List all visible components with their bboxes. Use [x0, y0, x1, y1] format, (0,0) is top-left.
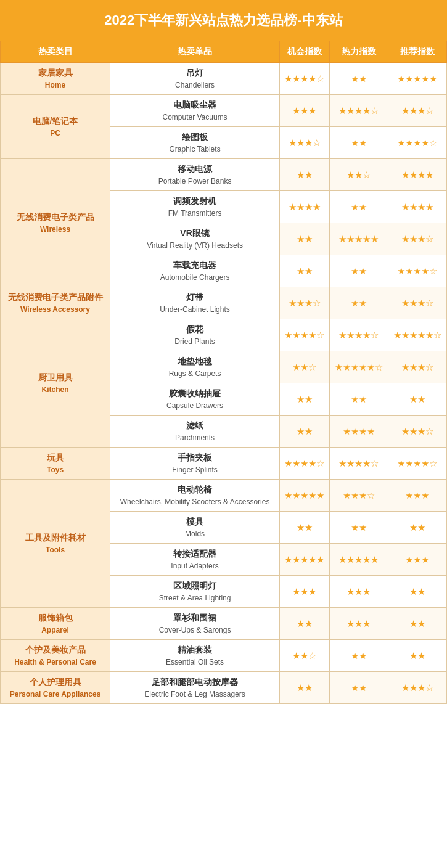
heat-cell: ★★★: [329, 576, 388, 608]
recommend-cell: ★★★☆: [388, 287, 446, 319]
opportunity-cell: ★★★☆: [280, 287, 330, 319]
opportunity-cell: ★★: [280, 223, 330, 255]
opportunity-cell: ★★★★: [280, 191, 330, 223]
opportunity-cell: ★★★★☆: [280, 63, 330, 95]
category-cell: 服饰箱包Apparel: [1, 608, 110, 640]
col-header-product: 热卖单品: [110, 41, 280, 63]
recommend-cell: ★★★★★: [388, 63, 446, 95]
recommend-cell: ★★: [388, 608, 446, 640]
category-cell: 无线消费电子类产品附件Wireless Accessory: [1, 287, 110, 319]
opportunity-cell: ★★☆: [280, 351, 330, 383]
table-row: 无线消费电子类产品Wireless移动电源Portable Power Bank…: [1, 159, 447, 191]
heat-cell: ★★★★★: [329, 544, 388, 576]
recommend-cell: ★★★☆: [388, 672, 446, 704]
opportunity-cell: ★★★★★: [280, 480, 330, 512]
recommend-cell: ★★★: [388, 480, 446, 512]
product-cell: 车载充电器Automobile Chargers: [110, 255, 280, 287]
recommend-cell: ★★★★★☆: [388, 319, 446, 351]
product-cell: 手指夹板Finger Splints: [110, 448, 280, 480]
heat-cell: ★★: [329, 512, 388, 544]
col-header-opportunity: 机会指数: [280, 41, 330, 63]
table-row: 无线消费电子类产品附件Wireless Accessory灯带Under-Cab…: [1, 287, 447, 319]
category-cell: 个人护理用具Personal Care Appliances: [1, 672, 110, 704]
recommend-cell: ★★: [388, 383, 446, 416]
heat-cell: ★★: [329, 63, 388, 95]
recommend-cell: ★★★☆: [388, 95, 446, 127]
product-cell: 移动电源Portable Power Banks: [110, 159, 280, 191]
opportunity-cell: ★★: [280, 672, 330, 704]
table-header: 热卖类目 热卖单品 机会指数 热力指数 推荐指数: [1, 41, 447, 63]
product-cell: 假花Dried Plants: [110, 319, 280, 351]
opportunity-cell: ★★: [280, 159, 330, 191]
product-cell: 地垫地毯Rugs & Carpets: [110, 351, 280, 383]
category-cell: 工具及附件耗材Tools: [1, 480, 110, 608]
table-row: 个人护理用具Personal Care Appliances足部和腿部电动按摩器…: [1, 672, 447, 704]
recommend-cell: ★★★: [388, 544, 446, 576]
recommend-cell: ★★★☆: [388, 416, 446, 448]
heat-cell: ★★: [329, 127, 388, 159]
product-cell: 足部和腿部电动按摩器Electric Foot & Leg Massagers: [110, 672, 280, 704]
recommend-cell: ★★★★☆: [388, 255, 446, 287]
recommend-cell: ★★: [388, 576, 446, 608]
heat-cell: ★★: [329, 191, 388, 223]
heat-cell: ★★: [329, 640, 388, 672]
table-row: 厨卫用具Kitchen假花Dried Plants★★★★☆★★★★☆★★★★★…: [1, 319, 447, 351]
product-cell: 绘图板Graphic Tablets: [110, 127, 280, 159]
product-cell: 灯带Under-Cabinet Lights: [110, 287, 280, 319]
opportunity-cell: ★★☆: [280, 640, 330, 672]
recommend-cell: ★★: [388, 640, 446, 672]
product-cell: 吊灯Chandeliers: [110, 63, 280, 95]
heat-cell: ★★: [329, 383, 388, 416]
category-cell: 玩具Toys: [1, 448, 110, 480]
opportunity-cell: ★★★: [280, 576, 330, 608]
heat-cell: ★★★☆: [329, 480, 388, 512]
opportunity-cell: ★★★★☆: [280, 448, 330, 480]
table-row: 玩具Toys手指夹板Finger Splints★★★★☆★★★★☆★★★★☆: [1, 448, 447, 480]
table-row: 服饰箱包Apparel罩衫和围裙Cover-Ups & Sarongs★★★★★…: [1, 608, 447, 640]
opportunity-cell: ★★★★☆: [280, 319, 330, 351]
recommend-cell: ★★★★: [388, 191, 446, 223]
category-cell: 无线消费电子类产品Wireless: [1, 159, 110, 287]
heat-cell: ★★★★☆: [329, 319, 388, 351]
product-cell: 精油套装Essential Oil Sets: [110, 640, 280, 672]
heat-cell: ★★: [329, 255, 388, 287]
product-cell: 电脑吸尘器Computer Vacuums: [110, 95, 280, 127]
heat-cell: ★★★★★: [329, 223, 388, 255]
table-row: 电脑/笔记本PC电脑吸尘器Computer Vacuums★★★★★★★☆★★★…: [1, 95, 447, 127]
recommend-cell: ★★★★☆: [388, 127, 446, 159]
heat-cell: ★★★: [329, 608, 388, 640]
recommend-cell: ★★★★: [388, 159, 446, 191]
category-cell: 家居家具Home: [1, 63, 110, 95]
opportunity-cell: ★★★☆: [280, 127, 330, 159]
opportunity-cell: ★★: [280, 608, 330, 640]
opportunity-cell: ★★★★★: [280, 544, 330, 576]
category-cell: 电脑/笔记本PC: [1, 95, 110, 159]
product-cell: 胶囊收纳抽屉Capsule Drawers: [110, 383, 280, 416]
heat-cell: ★★: [329, 287, 388, 319]
table-row: 家居家具Home吊灯Chandeliers★★★★☆★★★★★★★: [1, 63, 447, 95]
category-cell: 个护及美妆产品Health & Personal Care: [1, 640, 110, 672]
product-cell: 区域照明灯Street & Area Lighting: [110, 576, 280, 608]
opportunity-cell: ★★★: [280, 95, 330, 127]
opportunity-cell: ★★: [280, 255, 330, 287]
category-cell: 厨卫用具Kitchen: [1, 319, 110, 448]
recommend-cell: ★★★☆: [388, 351, 446, 383]
opportunity-cell: ★★: [280, 416, 330, 448]
recommend-cell: ★★★★☆: [388, 448, 446, 480]
heat-cell: ★★★★☆: [329, 95, 388, 127]
main-table: 热卖类目 热卖单品 机会指数 热力指数 推荐指数 家居家具Home吊灯Chand…: [0, 41, 447, 704]
col-header-recommend: 推荐指数: [388, 41, 446, 63]
product-cell: 调频发射机FM Transmitters: [110, 191, 280, 223]
recommend-cell: ★★: [388, 512, 446, 544]
heat-cell: ★★: [329, 672, 388, 704]
recommend-cell: ★★★☆: [388, 223, 446, 255]
table-row: 个护及美妆产品Health & Personal Care精油套装Essenti…: [1, 640, 447, 672]
page-title: 2022下半年新兴站点热力选品榜-中东站: [0, 0, 447, 41]
col-header-category: 热卖类目: [1, 41, 110, 63]
opportunity-cell: ★★: [280, 512, 330, 544]
product-cell: 转接适配器Input Adapters: [110, 544, 280, 576]
heat-cell: ★★★★: [329, 416, 388, 448]
heat-cell: ★★☆: [329, 159, 388, 191]
heat-cell: ★★★★★☆: [329, 351, 388, 383]
product-cell: 模具Molds: [110, 512, 280, 544]
